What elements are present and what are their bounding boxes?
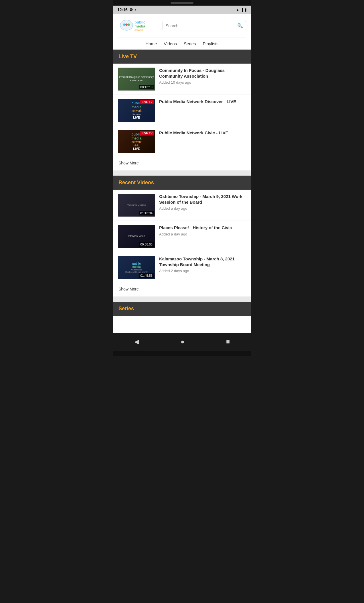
svg-text:network: network bbox=[134, 29, 144, 32]
video-meta-rv3: Added 2 days ago bbox=[159, 269, 246, 273]
video-meta-rv2: Added a day ago bbox=[159, 232, 246, 236]
svg-point-3 bbox=[128, 23, 130, 26]
live-badge-2: LIVE TV bbox=[140, 100, 154, 104]
video-info-rv1: Oshtemo Township - March 9, 2021 Work Se… bbox=[159, 194, 246, 211]
logo-container[interactable]: public media network bbox=[118, 17, 158, 34]
thumbnail-places: Interview video 00:38:05 bbox=[118, 225, 155, 248]
home-button[interactable]: ● bbox=[175, 337, 190, 347]
video-title-rv1: Oshtemo Township - March 9, 2021 Work Se… bbox=[159, 194, 246, 205]
video-info-1: Community In Focus - Douglass Community … bbox=[159, 68, 246, 85]
duration-badge-rv1: 01:13:34 bbox=[139, 211, 154, 215]
status-left: 12:16 bbox=[117, 7, 136, 12]
nav-home[interactable]: Home bbox=[145, 41, 157, 47]
video-title-rv3: Kalamazoo Township - March 8, 2021 Towns… bbox=[159, 256, 246, 267]
main-nav: Home Videos Series Playlists bbox=[118, 38, 246, 50]
video-info-2: Public Media Network Discover - LIVE bbox=[159, 99, 246, 106]
thumbnail-kalamazoo: public media Kalamazoo Meeting will begi… bbox=[118, 256, 155, 279]
video-meta-rv1: Added a day ago bbox=[159, 206, 246, 211]
video-info-rv3: Kalamazoo Township - March 8, 2021 Towns… bbox=[159, 256, 246, 273]
recent-video-item-1[interactable]: Township Meeting 01:13:34 Oshtemo Townsh… bbox=[113, 190, 251, 221]
live-tv-item-2[interactable]: public media network discover LIVE LIVE … bbox=[113, 95, 251, 126]
live-tv-show-more[interactable]: Show More bbox=[113, 157, 251, 170]
separator-2 bbox=[113, 296, 251, 302]
video-info-rv2: Places Please! - History of the Civic Ad… bbox=[159, 225, 246, 236]
recent-video-item-3[interactable]: public media Kalamazoo Meeting will begi… bbox=[113, 252, 251, 283]
duration-badge-rv2: 00:38:05 bbox=[139, 242, 154, 247]
video-title-2: Public Media Network Discover - LIVE bbox=[159, 99, 246, 105]
thumbnail-oshtemo: Township Meeting 01:13:34 bbox=[118, 194, 155, 217]
search-bar[interactable]: 🔍 bbox=[163, 21, 246, 30]
series-content bbox=[113, 316, 251, 333]
live-tv-content: Fredrick Douglass Community Association … bbox=[113, 64, 251, 170]
status-right bbox=[236, 7, 247, 12]
separator-1 bbox=[113, 170, 251, 176]
status-bar: 12:16 bbox=[113, 6, 251, 14]
header-top: public media network 🔍 bbox=[118, 17, 246, 34]
search-input[interactable] bbox=[166, 23, 237, 28]
thumbnail-discover: public media network discover LIVE LIVE … bbox=[118, 99, 155, 122]
nav-playlists[interactable]: Playlists bbox=[203, 41, 219, 47]
recent-videos-title: Recent Videos bbox=[118, 180, 154, 185]
live-tv-title: Live TV bbox=[118, 54, 137, 59]
live-tv-header: Live TV bbox=[113, 50, 251, 64]
nav-series[interactable]: Series bbox=[184, 41, 196, 47]
recent-videos-content: Township Meeting 01:13:34 Oshtemo Townsh… bbox=[113, 190, 251, 296]
bottom-nav: ◀ ● ■ bbox=[113, 333, 251, 351]
sd-icon bbox=[135, 7, 136, 12]
back-button[interactable]: ◀ bbox=[128, 337, 145, 347]
svg-text:public: public bbox=[134, 20, 145, 24]
series-header: Series bbox=[113, 302, 251, 316]
notch-pill bbox=[171, 2, 193, 4]
wifi-icon bbox=[236, 8, 240, 12]
recents-button[interactable]: ■ bbox=[220, 337, 236, 347]
video-title-1: Community In Focus - Douglass Community … bbox=[159, 68, 246, 79]
svg-point-2 bbox=[125, 23, 128, 26]
status-time: 12:16 bbox=[117, 7, 128, 12]
video-title-rv2: Places Please! - History of the Civic bbox=[159, 225, 246, 231]
search-icon: 🔍 bbox=[237, 23, 243, 28]
thumbnail-civic: public media network civic LIVE LIVE TV bbox=[118, 130, 155, 153]
thumbnail-community: Fredrick Douglass Community Association … bbox=[118, 68, 155, 91]
series-title: Series bbox=[118, 306, 134, 311]
bottom-edge bbox=[113, 351, 251, 356]
video-meta-1: Added 10 days ago bbox=[159, 80, 246, 85]
recent-videos-show-more[interactable]: Show More bbox=[113, 283, 251, 296]
live-tv-item-3[interactable]: public media network civic LIVE LIVE TV … bbox=[113, 126, 251, 157]
svg-point-1 bbox=[123, 23, 125, 26]
video-info-3: Public Media Network Civic - LIVE bbox=[159, 130, 246, 137]
logo-svg: public media network bbox=[118, 17, 158, 33]
phone-notch bbox=[113, 0, 251, 6]
recent-video-item-2[interactable]: Interview video 00:38:05 Places Please! … bbox=[113, 221, 251, 252]
video-title-3: Public Media Network Civic - LIVE bbox=[159, 130, 246, 136]
gear-icon bbox=[129, 7, 133, 12]
signal-icon bbox=[241, 8, 243, 12]
header: public media network 🔍 Home Videos Serie… bbox=[113, 14, 251, 50]
live-badge-3: LIVE TV bbox=[140, 131, 154, 135]
svg-text:media: media bbox=[134, 24, 145, 28]
nav-videos[interactable]: Videos bbox=[164, 41, 177, 47]
live-tv-item-1[interactable]: Fredrick Douglass Community Association … bbox=[113, 64, 251, 95]
duration-badge-1: 00:13:19 bbox=[139, 85, 154, 89]
recent-videos-header: Recent Videos bbox=[113, 176, 251, 190]
battery-icon bbox=[244, 7, 247, 12]
duration-badge-rv3: 01:45:56 bbox=[139, 273, 154, 278]
